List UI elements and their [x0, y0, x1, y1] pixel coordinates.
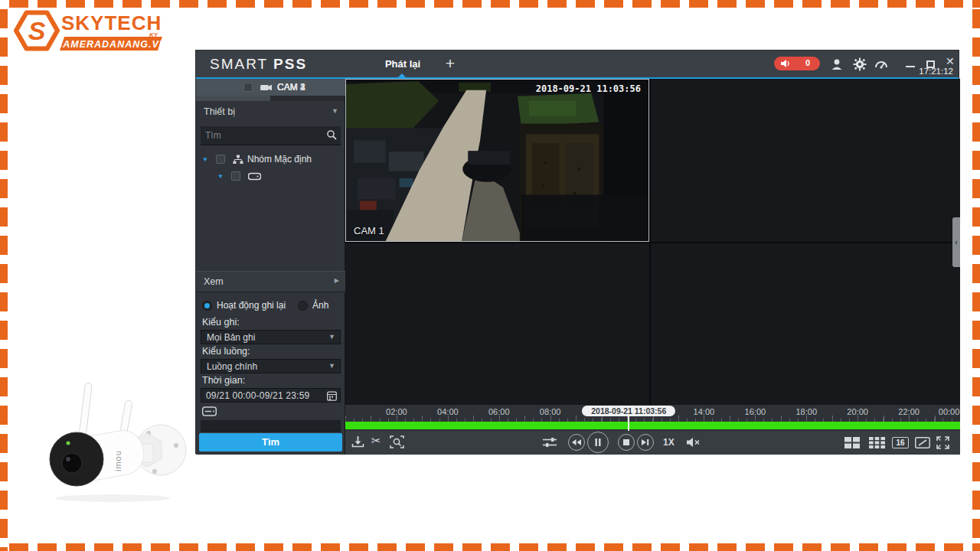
- record-type-value: Mọi Bản ghi: [207, 332, 255, 343]
- filter-sliders-icon[interactable]: [543, 437, 557, 448]
- sidebar: Thiết bị Cục bộ Thiết bị ▼: [196, 79, 345, 455]
- playback-toolbar: ✂: [345, 431, 960, 455]
- device-checkbox[interactable]: [231, 171, 240, 181]
- grid-4-icon[interactable]: [844, 437, 860, 448]
- stream-type-select[interactable]: Luồng chính ▼: [201, 359, 341, 373]
- grid-9-icon[interactable]: [869, 437, 885, 448]
- search-icon[interactable]: [326, 129, 337, 140]
- search-input[interactable]: [205, 128, 312, 143]
- video-cell-1[interactable]: 2018-09-21 11:03:56 CAM 1: [345, 79, 649, 242]
- device-icon: [248, 172, 261, 181]
- stream-type-value: Luồng chính: [207, 361, 257, 372]
- playback-main: 2018-09-21 11:03:56 CAM 1 ‹ 02:0004:0006…: [345, 79, 960, 455]
- alarm-speaker-icon: [781, 59, 791, 68]
- expand-caret-icon[interactable]: ▼: [217, 173, 224, 180]
- clock: 17:21:12: [919, 67, 953, 76]
- video-frame: [346, 80, 648, 241]
- logo-text: SKYTECH: [61, 11, 162, 34]
- product-camera-image: imou: [32, 373, 193, 505]
- dashed-border-top: [0, 0, 980, 8]
- camera-brand-label: imou: [113, 450, 122, 471]
- user-icon[interactable]: [830, 57, 844, 71]
- timeline-playhead[interactable]: [628, 414, 629, 431]
- video-cell-3[interactable]: [345, 243, 649, 405]
- recorded-footage-bar[interactable]: [345, 422, 960, 429]
- source-select-value: Thiết bị: [204, 106, 235, 117]
- tree-camera-row[interactable]: CAM 4: [196, 79, 345, 96]
- chevron-down-icon: ▼: [328, 333, 335, 341]
- chevron-right-icon: ▶: [335, 277, 339, 284]
- playback-speed[interactable]: 1X: [663, 437, 675, 448]
- record-type-select[interactable]: Mọi Bản ghi ▼: [201, 330, 341, 344]
- dashed-border-bottom: [0, 543, 980, 551]
- group-checkbox[interactable]: [216, 155, 225, 164]
- view-section-header[interactable]: Xem ▶: [196, 271, 345, 292]
- picture-radio-label: Ảnh: [312, 300, 328, 311]
- new-tab-button[interactable]: +: [441, 51, 459, 76]
- app-name-smart: SMART: [210, 56, 268, 72]
- calendar-icon[interactable]: [327, 391, 337, 401]
- dashed-border-left: [0, 0, 8, 551]
- app-name-pss: PSS: [273, 56, 307, 72]
- dashed-border-right: [972, 0, 980, 551]
- download-icon[interactable]: [351, 435, 364, 448]
- storage-device-icon[interactable]: [202, 406, 217, 416]
- video-cell-4[interactable]: [651, 243, 960, 405]
- camera-illustration: imou: [32, 373, 193, 505]
- search-button[interactable]: Tìm: [199, 433, 342, 452]
- group-tree-icon: [233, 155, 243, 165]
- zoom-region-icon[interactable]: [390, 435, 404, 448]
- video-channel-label: CAM 1: [354, 225, 384, 236]
- alarm-counter[interactable]: 0: [774, 57, 820, 70]
- picture-radio[interactable]: [298, 301, 308, 311]
- group-label: Nhóm Mặc định: [247, 151, 312, 168]
- camera-icon: [260, 83, 273, 92]
- chevron-down-icon: ▼: [332, 107, 338, 115]
- timeline-bubble: 2018-09-21 11:03:56: [582, 406, 675, 416]
- logo-banner: CAMERADANANG.VN: [55, 39, 167, 50]
- clip-scissors-icon[interactable]: ✂: [371, 434, 381, 448]
- custom-split-icon[interactable]: [915, 437, 930, 448]
- title-bar: SMART PSS Phát lại + 0: [196, 51, 959, 77]
- logo-s: S: [28, 16, 46, 45]
- next-frame-button[interactable]: [637, 434, 654, 451]
- netmonitor-gauge-icon[interactable]: [874, 57, 888, 71]
- tree-device-row[interactable]: ▼: [196, 168, 345, 184]
- view-section-label: Xem: [204, 276, 224, 287]
- keyword-input[interactable]: [201, 420, 341, 432]
- record-radio-label: Hoạt động ghi lại: [217, 300, 286, 311]
- time-range-value: 09/21 00:00-09/21 23:59: [206, 390, 309, 401]
- camera-label: CAM 4: [277, 79, 305, 96]
- grid-16-button[interactable]: 16: [892, 437, 909, 448]
- fullscreen-icon[interactable]: [936, 436, 949, 449]
- time-range-label: Thời gian:: [202, 375, 245, 386]
- app-logo: SMART PSS: [210, 51, 307, 77]
- chevron-down-icon: ▼: [328, 362, 335, 370]
- smartpss-window: SMART PSS Phát lại + 0: [195, 50, 959, 454]
- stream-type-label: Kiểu luồng:: [202, 346, 250, 357]
- video-osd-timestamp: 2018-09-21 11:03:56: [536, 83, 641, 94]
- collapse-panel-handle[interactable]: ‹: [952, 217, 960, 267]
- time-range-input[interactable]: 09/21 00:00-09/21 23:59: [201, 388, 341, 403]
- mute-speaker-icon[interactable]: [687, 437, 701, 448]
- record-radio[interactable]: [202, 301, 212, 311]
- page: S SKYTECH KY CAMERADANANG.VN imou: [0, 0, 980, 551]
- gear-icon[interactable]: [853, 57, 867, 71]
- stop-button[interactable]: [618, 434, 635, 451]
- alarm-count: 0: [805, 58, 810, 67]
- skytech-logo: S SKYTECH KY CAMERADANANG.VN: [14, 6, 167, 58]
- search-box: [201, 126, 341, 145]
- camera-checkbox[interactable]: [243, 83, 253, 92]
- pause-button[interactable]: [587, 432, 609, 453]
- expand-caret-icon[interactable]: ▼: [202, 156, 208, 163]
- close-icon[interactable]: ✕: [946, 55, 955, 67]
- minimize-icon[interactable]: [906, 66, 915, 67]
- video-cell-2[interactable]: [651, 79, 960, 242]
- source-select[interactable]: Thiết bị ▼: [196, 101, 345, 122]
- rewind-button[interactable]: [568, 434, 585, 451]
- skytech-logo-graphic: S SKYTECH KY CAMERADANANG.VN: [14, 6, 167, 58]
- search-mode-radios: Hoạt động ghi lại Ảnh: [196, 299, 345, 315]
- tree-group-row[interactable]: ▼ Nhóm Mặc định: [196, 151, 345, 168]
- video-grid: 2018-09-21 11:03:56 CAM 1 ‹: [345, 79, 960, 405]
- timeline[interactable]: 02:0004:0006:0008:0014:0016:0018:0020:00…: [345, 405, 960, 431]
